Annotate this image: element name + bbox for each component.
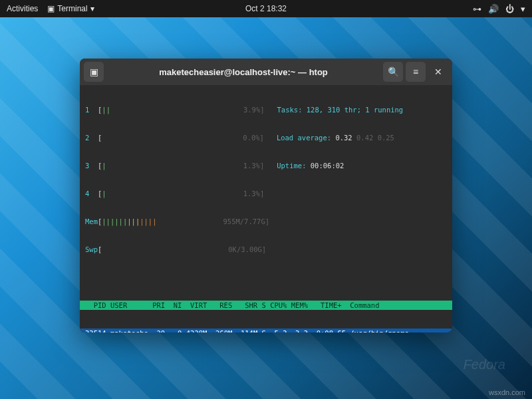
tasks-summary: Tasks: 128, 310 thr; 1 running <box>277 106 404 114</box>
network-icon[interactable]: ⊶ <box>473 4 481 14</box>
terminal-icon: ▣ <box>90 66 98 77</box>
process-header: PID USER PRI NI VIRT RES SHR S CPU% MEM%… <box>80 301 452 310</box>
mem-label: Mem <box>85 217 98 225</box>
app-menu[interactable]: ▣ Terminal ▾ <box>47 4 94 13</box>
activities-button[interactable]: Activities <box>7 4 38 13</box>
volume-icon[interactable]: 🔊 <box>488 4 499 14</box>
close-icon: ✕ <box>434 66 442 77</box>
terminal-icon: ▣ <box>47 4 55 13</box>
terminal-window: ▣ maketecheasier@localhost-live:~ — htop… <box>80 59 452 332</box>
chevron-down-icon: ▾ <box>90 4 94 13</box>
cpu2-label: 2 <box>85 134 89 142</box>
hamburger-icon: ≡ <box>413 66 418 77</box>
cpu4-label: 4 <box>85 190 89 198</box>
menu-button[interactable]: ≡ <box>406 62 426 82</box>
new-tab-button[interactable]: ▣ <box>84 62 104 82</box>
source-watermark: wsxdn.com <box>489 388 525 396</box>
load-label: Load average: <box>277 134 336 142</box>
cpu2-pct: 0.0%] <box>243 134 264 142</box>
power-icon[interactable]: ⏻ <box>505 4 514 14</box>
cpu1-pct: 3.9%] <box>243 106 265 114</box>
chevron-down-icon: ▾ <box>521 4 525 14</box>
clock[interactable]: Oct 2 18:32 <box>245 4 287 13</box>
swp-label: Swp <box>85 245 98 253</box>
mem-value: 955M/7.77G] <box>223 217 270 225</box>
search-button[interactable]: 🔍 <box>383 62 403 82</box>
window-title: maketecheasier@localhost-live:~ — htop <box>108 67 379 77</box>
cpu4-pct: 1.3%] <box>243 190 265 198</box>
search-icon: 🔍 <box>388 66 399 77</box>
process-row[interactable]: 33514 maketeche 20 0 4228M 260M 114M S 5… <box>80 329 452 332</box>
fedora-watermark: Fedora <box>464 357 505 372</box>
terminal-content[interactable]: 1 [||3.9%] Tasks: 128, 310 thr; 1 runnin… <box>80 85 452 332</box>
cpu3-pct: 1.3%] <box>243 162 265 170</box>
window-titlebar: ▣ maketecheasier@localhost-live:~ — htop… <box>80 59 452 85</box>
cpu1-label: 1 <box>85 106 89 114</box>
uptime-value: 00:06:02 <box>311 162 344 170</box>
gnome-topbar: Activities ▣ Terminal ▾ Oct 2 18:32 ⊶ 🔊 … <box>0 0 532 17</box>
close-button[interactable]: ✕ <box>428 62 448 82</box>
swp-value: 0K/3.00G] <box>228 245 266 253</box>
uptime-label: Uptime: <box>277 162 311 170</box>
cpu3-label: 3 <box>85 162 89 170</box>
